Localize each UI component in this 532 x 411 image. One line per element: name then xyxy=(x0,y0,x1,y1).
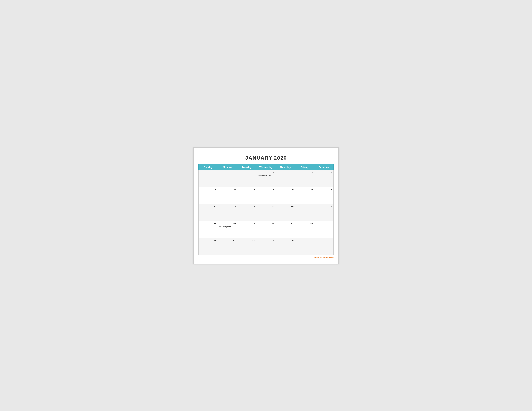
calendar-page: JANUARY 2020 SundayMondayTuesdayWednesda… xyxy=(193,148,339,264)
calendar-cell: 13 xyxy=(218,204,237,221)
day-number: 23 xyxy=(277,222,294,225)
week-row: 1920M L King Day2122232425 xyxy=(199,221,333,238)
day-number: 3 xyxy=(296,171,313,174)
calendar-title: JANUARY 2020 xyxy=(199,152,333,164)
header-day-friday: Friday xyxy=(295,164,314,170)
header-day-wednesday: Wednesday xyxy=(256,164,276,170)
day-number: 25 xyxy=(315,222,332,225)
day-number: 24 xyxy=(296,222,313,225)
day-number: 28 xyxy=(238,239,255,242)
calendar-cell: 31 xyxy=(295,238,314,255)
day-number: 10 xyxy=(296,188,313,191)
calendar-cell xyxy=(199,170,218,187)
day-number: 22 xyxy=(258,222,274,225)
calendar-cell: 22 xyxy=(256,221,276,238)
calendar-cell: 24 xyxy=(295,221,314,238)
day-number: 21 xyxy=(238,222,255,225)
calendar-cell: 15 xyxy=(256,204,276,221)
week-row: 262728293031 xyxy=(199,238,333,255)
header-day-monday: Monday xyxy=(218,164,237,170)
day-number: 2 xyxy=(277,171,294,174)
day-number: 1 xyxy=(258,171,274,174)
calendar-cell: 28 xyxy=(237,238,256,255)
day-number: 5 xyxy=(200,188,217,191)
calendar-cell: 3 xyxy=(295,170,314,187)
calendar-cell: 6 xyxy=(218,187,237,204)
calendar-cell: 12 xyxy=(199,204,218,221)
day-number: 11 xyxy=(315,188,332,191)
calendar-cell: 11 xyxy=(314,187,333,204)
holiday-label: New Year's Day xyxy=(258,175,274,177)
day-number: 18 xyxy=(315,205,332,208)
calendar-cell: 21 xyxy=(237,221,256,238)
day-number: 9 xyxy=(277,188,294,191)
day-number: 6 xyxy=(219,188,236,191)
calendar-cell: 27 xyxy=(218,238,237,255)
day-number: 16 xyxy=(277,205,294,208)
calendar-cell: 4 xyxy=(314,170,333,187)
day-number: 15 xyxy=(258,205,274,208)
day-number: 8 xyxy=(258,188,274,191)
day-number: 20 xyxy=(219,222,236,225)
calendar-cell: 14 xyxy=(237,204,256,221)
calendar-cell xyxy=(237,170,256,187)
footer-link[interactable]: blank-calendar.com xyxy=(314,256,333,259)
calendar-cell: 19 xyxy=(199,221,218,238)
day-number: 26 xyxy=(200,239,217,242)
calendar-cell: 23 xyxy=(276,221,295,238)
calendar-cell xyxy=(314,238,333,255)
day-number: 27 xyxy=(219,239,236,242)
calendar-cell: 30 xyxy=(276,238,295,255)
calendar-cell: 25 xyxy=(314,221,333,238)
header-day-thursday: Thursday xyxy=(276,164,295,170)
calendar-cell: 26 xyxy=(199,238,218,255)
day-number: 30 xyxy=(277,239,294,242)
calendar-cell: 1New Year's Day xyxy=(256,170,276,187)
calendar-cell: 7 xyxy=(237,187,256,204)
day-number: 29 xyxy=(258,239,274,242)
calendar-cell: 18 xyxy=(314,204,333,221)
calendar-cell: 8 xyxy=(256,187,276,204)
day-number: 4 xyxy=(315,171,332,174)
day-number: 13 xyxy=(219,205,236,208)
calendar-cell: 2 xyxy=(276,170,295,187)
day-number: 12 xyxy=(200,205,217,208)
calendar-cell: 10 xyxy=(295,187,314,204)
day-number: 14 xyxy=(238,205,255,208)
calendar-cell: 16 xyxy=(276,204,295,221)
week-row: 567891011 xyxy=(199,187,333,204)
calendar-cell: 9 xyxy=(276,187,295,204)
calendar-cell xyxy=(218,170,237,187)
day-number: 17 xyxy=(296,205,313,208)
day-number: 7 xyxy=(238,188,255,191)
footer: blank-calendar.com xyxy=(199,256,333,259)
calendar-table: SundayMondayTuesdayWednesdayThursdayFrid… xyxy=(199,164,333,255)
calendar-cell: 29 xyxy=(256,238,276,255)
holiday-label: M L King Day xyxy=(219,225,236,228)
header-day-tuesday: Tuesday xyxy=(237,164,256,170)
header-row: SundayMondayTuesdayWednesdayThursdayFrid… xyxy=(199,164,333,170)
calendar-cell: 20M L King Day xyxy=(218,221,237,238)
header-day-sunday: Sunday xyxy=(199,164,218,170)
calendar-cell: 17 xyxy=(295,204,314,221)
week-row: 1New Year's Day234 xyxy=(199,170,333,187)
calendar-cell: 5 xyxy=(199,187,218,204)
week-row: 12131415161718 xyxy=(199,204,333,221)
day-number: 31 xyxy=(296,239,313,242)
day-number: 19 xyxy=(200,222,217,225)
header-day-saturday: Saturday xyxy=(314,164,333,170)
